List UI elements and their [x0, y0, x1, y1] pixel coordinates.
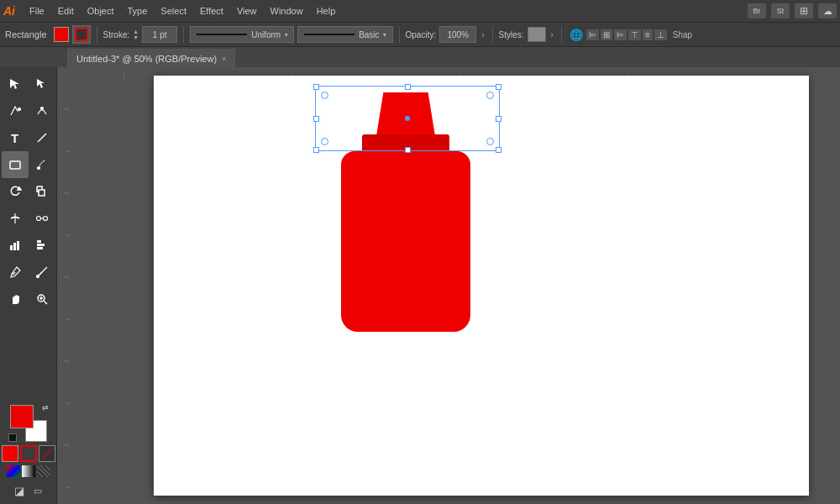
svg-line-21: [39, 272, 42, 275]
blend-tool[interactable]: [29, 205, 55, 232]
cloud-sync-icon[interactable]: ☁: [818, 3, 837, 18]
handle-mr[interactable]: [496, 116, 501, 122]
measure-tool[interactable]: [29, 259, 55, 286]
document-tab[interactable]: Untitled-3* @ 50% (RGB/Preview) ×: [67, 49, 235, 67]
svg-line-4: [38, 134, 46, 142]
color-mode-icon[interactable]: [7, 465, 20, 477]
handle-tr[interactable]: [496, 84, 501, 90]
style-swatch[interactable]: [528, 27, 546, 42]
tool-row-0: [2, 71, 55, 97]
divider-5: [561, 26, 562, 43]
gradient-mode-icon[interactable]: [22, 465, 35, 477]
scale-tool[interactable]: [29, 178, 55, 205]
menu-bar: Ai File Edit Object Type Select Effect V…: [0, 0, 840, 22]
corner-circle-br[interactable]: [486, 138, 494, 145]
stroke-type-dropdown[interactable]: Basic ▼: [297, 26, 392, 43]
menu-type[interactable]: Type: [122, 4, 154, 18]
stroke-weight-input[interactable]: [142, 26, 177, 43]
app-logo: Ai: [3, 4, 15, 18]
svg-marker-1: [37, 79, 45, 88]
stroke-align-dropdown[interactable]: Uniform ▼: [190, 26, 294, 43]
align-right-icon[interactable]: ⊨: [614, 29, 627, 40]
corner-circle-tl[interactable]: [321, 92, 328, 99]
handle-bl[interactable]: [313, 147, 319, 153]
menu-select[interactable]: Select: [155, 4, 192, 18]
svg-rect-16: [37, 240, 41, 243]
reset-colors-icon[interactable]: [8, 433, 17, 442]
tool-row-7: [2, 259, 55, 286]
hand-tool[interactable]: [2, 286, 29, 312]
stroke-weight-arrows[interactable]: ▲ ▼: [133, 29, 139, 40]
align-bottom-icon[interactable]: ⊥: [654, 29, 667, 40]
rectangle-tool[interactable]: [2, 151, 29, 178]
pencil-tool[interactable]: [29, 151, 55, 178]
workspace-icon[interactable]: ⊞: [795, 3, 813, 18]
direct-selection-tool[interactable]: [29, 71, 55, 97]
opacity-expand-btn[interactable]: ›: [480, 30, 486, 39]
align-center-icon[interactable]: ⊞: [601, 29, 612, 40]
menu-file[interactable]: File: [24, 4, 50, 18]
align-left-icon[interactable]: ⊨: [586, 29, 599, 40]
options-toolbar: Rectangle Stroke: ▲ ▼ Uniform ▼ Basic ▼ …: [0, 22, 840, 47]
menu-object[interactable]: Object: [81, 4, 120, 18]
styles-expand-btn[interactable]: ›: [549, 30, 555, 39]
svg-point-10: [36, 217, 40, 221]
tool-name-label: Rectangle: [5, 29, 47, 39]
svg-rect-18: [37, 247, 43, 249]
width-tool[interactable]: [2, 205, 29, 232]
tool-row-6: [2, 232, 55, 259]
bar-graph-tool[interactable]: [29, 232, 55, 259]
screen-mode-icon[interactable]: ▭: [29, 482, 46, 499]
tab-close-btn[interactable]: ×: [222, 55, 226, 63]
svg-rect-5: [10, 161, 20, 169]
rotate-tool[interactable]: [2, 178, 29, 205]
tab-bar: Untitled-3* @ 50% (RGB/Preview) ×: [0, 47, 840, 67]
divider-4: [492, 26, 493, 43]
fill-box-icon[interactable]: [2, 445, 18, 462]
menu-window[interactable]: Window: [265, 4, 309, 18]
canvas-area[interactable]: [57, 67, 840, 504]
zoom-tool[interactable]: [29, 286, 55, 312]
foreground-color-swatch[interactable]: [10, 405, 34, 428]
svg-rect-8: [39, 190, 45, 196]
align-top-icon[interactable]: ⊤: [628, 29, 641, 40]
none-icon[interactable]: [39, 445, 55, 462]
swap-colors-icon[interactable]: ⇄: [42, 403, 49, 412]
divider-1: [97, 26, 97, 43]
shape-builder-label[interactable]: Shap: [673, 30, 692, 39]
opacity-input[interactable]: [439, 26, 476, 43]
bottle-body[interactable]: [341, 151, 470, 332]
corner-circle-bl[interactable]: [321, 138, 328, 145]
line-tool[interactable]: [29, 124, 55, 151]
menu-effect[interactable]: Effect: [194, 4, 229, 18]
curvature-tool[interactable]: [29, 97, 55, 124]
handle-ml[interactable]: [313, 116, 319, 122]
pattern-mode-icon[interactable]: [37, 465, 50, 477]
corner-circle-tr[interactable]: [486, 92, 494, 99]
stroke-color-swatch[interactable]: [72, 25, 91, 44]
bridge-btn[interactable]: Br: [748, 3, 766, 18]
pen-tool[interactable]: [2, 97, 29, 124]
handle-br[interactable]: [496, 147, 501, 153]
eyedropper-tool[interactable]: [2, 259, 29, 286]
selection-tool[interactable]: [2, 71, 29, 97]
align-middle-icon[interactable]: ≡: [643, 29, 653, 40]
stroke-box-icon[interactable]: [20, 445, 37, 462]
svg-point-6: [37, 167, 39, 170]
menu-edit[interactable]: Edit: [52, 4, 80, 18]
handle-tc[interactable]: [405, 84, 411, 90]
menu-help[interactable]: Help: [311, 4, 342, 18]
fill-color-swatch[interactable]: [54, 27, 69, 42]
stock-btn[interactable]: St: [771, 3, 790, 18]
column-graph-tool[interactable]: [2, 232, 29, 259]
bottle-neck[interactable]: [362, 134, 449, 153]
fill-stroke-row: [2, 445, 55, 462]
view-mode-icon[interactable]: ◪: [11, 482, 28, 499]
tool-row-2: T: [2, 124, 55, 151]
globe-icon[interactable]: 🌐: [570, 29, 583, 41]
type-tool[interactable]: T: [2, 124, 29, 151]
handle-tl[interactable]: [313, 84, 319, 90]
tool-row-3: [2, 151, 55, 178]
bottle-cap[interactable]: [376, 92, 435, 136]
menu-view[interactable]: View: [231, 4, 263, 18]
